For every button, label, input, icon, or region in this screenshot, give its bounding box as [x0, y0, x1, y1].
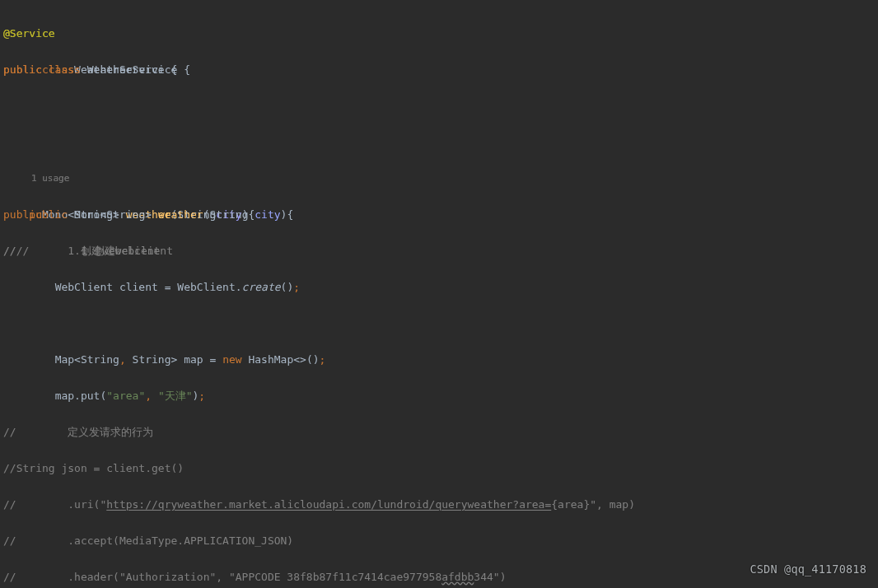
code-editor-main[interactable]: @Service public class WeatherService { 1…	[0, 0, 878, 588]
param-type: String	[210, 206, 249, 224]
kw-class: class	[49, 61, 81, 79]
usage-hint[interactable]: 1 usage	[3, 170, 69, 188]
comment-typo: afdbb	[441, 568, 474, 586]
method-name: weather	[158, 206, 203, 224]
comment: // .header("Authorization", "APPCODE 38f…	[3, 568, 441, 586]
comma: ,	[119, 351, 133, 369]
code-text: Map<String	[55, 351, 119, 369]
code-text: ()	[281, 278, 294, 296]
kw-public: public	[29, 206, 68, 224]
comment-url: https://qryweather.market.alicloudapi.co…	[106, 496, 551, 514]
kw-new: new	[222, 351, 248, 369]
class-name: WeatherService	[87, 61, 178, 79]
code-text: )	[193, 387, 199, 405]
kw-public: public	[3, 61, 42, 79]
comment: 344")	[474, 568, 506, 586]
type: Mono	[74, 206, 100, 224]
static-method: create	[242, 278, 281, 296]
semicolon: ;	[293, 278, 300, 296]
comment: {area}", map)	[551, 496, 635, 514]
comment: //String json = client.get()	[3, 460, 184, 478]
comment: // .uri("	[3, 496, 106, 514]
string: "天津"	[158, 387, 193, 405]
comma: ,	[145, 387, 158, 405]
code-text: map.put(	[55, 387, 107, 405]
watermark: CSDN @qq_41170818	[750, 560, 866, 578]
semicolon: ;	[198, 387, 205, 405]
code-text: HashMap<>()	[248, 351, 319, 369]
string: "area"	[106, 387, 145, 405]
annotation: @Service	[3, 25, 55, 43]
sig-tail: ){	[281, 206, 294, 224]
semicolon: ;	[320, 351, 326, 369]
comment: // 定义发请求的行为	[3, 423, 153, 441]
comment: // 1.创建webclient	[3, 242, 160, 260]
param-name: city	[255, 206, 280, 224]
brace: {	[177, 61, 190, 79]
code-text: WebClient client = WebClient.	[55, 278, 242, 296]
code-text: String> map =	[133, 351, 223, 369]
type: String	[106, 206, 145, 224]
comment: // .accept(MediaType.APPLICATION_JSON)	[3, 532, 293, 550]
